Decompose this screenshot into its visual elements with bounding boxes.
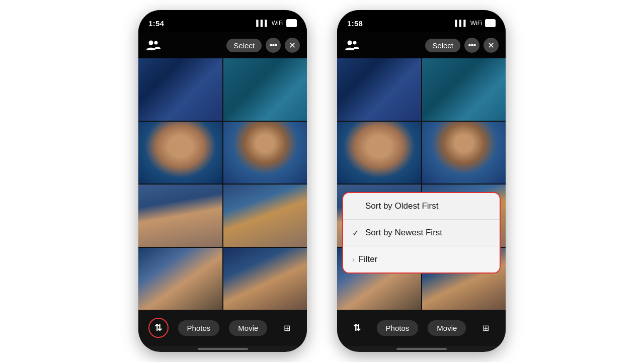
right-people-icon[interactable] [344,37,360,53]
right-grid-cell-3[interactable] [337,122,421,184]
left-sort-button[interactable]: ⇅ [148,318,169,338]
svg-point-2 [348,41,352,45]
sort-newest-item[interactable]: ✓ Sort by Newest First [343,220,500,246]
newest-check-icon: ✓ [352,228,361,238]
grid-cell-5[interactable] [138,185,222,247]
right-phone: 1:58 ▌▌▌ WiFi 78 Select ••• ✕ [337,10,506,352]
grid-cell-6[interactable] [223,185,307,247]
right-bottom-bar: ⇅ Photos Movie ⊞ [337,310,506,346]
left-grid [138,58,307,310]
right-nav-right: Select ••• ✕ [425,38,499,53]
right-more-button[interactable]: ••• [464,38,479,53]
oldest-check-placeholder [352,202,361,211]
filter-chevron-icon: › [352,255,355,263]
grid-cell-2[interactable] [223,58,307,121]
left-select-button[interactable]: Select [226,39,262,52]
svg-point-3 [353,41,357,45]
grid-cell-7[interactable] [138,248,222,310]
svg-point-0 [149,41,153,45]
left-close-button[interactable]: ✕ [285,38,300,53]
right-people-group-icon [345,39,359,51]
left-photo-grid [138,58,307,310]
right-grid-cell-4[interactable] [422,122,506,184]
right-status-icons: ▌▌▌ WiFi 78 [455,19,496,27]
left-photos-button[interactable]: Photos [178,320,220,336]
right-grid-cell-1[interactable] [337,58,421,121]
right-photos-button[interactable]: Photos [377,320,419,336]
filter-label: Filter [359,254,378,264]
left-phone: 1:54 ▌▌▌ WiFi 79 Select ••• ✕ [138,10,307,352]
signal-icon: ▌▌▌ [256,20,269,27]
right-status-bar: 1:58 ▌▌▌ WiFi 78 [337,10,506,32]
right-time: 1:58 [347,19,363,28]
left-status-bar: 1:54 ▌▌▌ WiFi 79 [138,10,307,32]
right-grid-cell-2[interactable] [422,58,506,121]
right-sort-arrows-icon: ⇅ [353,322,361,333]
right-photo-grid: Sort by Oldest First ✓ Sort by Newest Fi… [337,58,506,310]
left-time: 1:54 [148,19,164,28]
right-signal-icon: ▌▌▌ [455,20,468,27]
grid-cell-8[interactable] [223,248,307,310]
filter-item[interactable]: › Filter [343,246,500,273]
right-battery: 78 [485,19,496,27]
sort-dropdown-menu: Sort by Oldest First ✓ Sort by Newest Fi… [342,192,501,274]
left-nav-right: Select ••• ✕ [226,38,300,53]
grid-cell-1[interactable] [138,58,222,121]
left-grid-button[interactable]: ⊞ [277,318,297,338]
svg-point-1 [154,41,158,45]
people-group-icon [146,39,160,51]
right-close-button[interactable]: ✕ [484,38,499,53]
sort-oldest-label: Sort by Oldest First [365,201,438,211]
left-bottom-bar: ⇅ Photos Movie ⊞ [138,310,307,346]
right-select-button[interactable]: Select [425,39,460,52]
left-home-indicator [198,348,248,350]
left-movie-button[interactable]: Movie [229,320,267,336]
right-sort-button[interactable]: ⇅ [347,318,367,338]
sort-arrows-icon: ⇅ [154,322,162,333]
grid-icon: ⊞ [284,323,290,333]
right-grid-icon: ⊞ [482,323,489,333]
grid-cell-4[interactable] [223,122,307,184]
left-people-icon[interactable] [145,37,162,53]
wifi-icon: WiFi [272,20,284,27]
left-battery: 79 [286,19,297,27]
left-nav-bar: Select ••• ✕ [138,32,307,58]
left-status-icons: ▌▌▌ WiFi 79 [256,19,297,27]
right-movie-button[interactable]: Movie [428,320,466,336]
right-wifi-icon: WiFi [470,20,482,27]
grid-cell-3[interactable] [138,122,222,184]
sort-oldest-item[interactable]: Sort by Oldest First [343,193,500,220]
left-more-button[interactable]: ••• [266,38,281,53]
sort-newest-label: Sort by Newest First [365,228,442,238]
right-grid-button[interactable]: ⊞ [475,318,496,338]
right-nav-bar: Select ••• ✕ [337,32,506,58]
right-home-indicator [396,348,447,350]
